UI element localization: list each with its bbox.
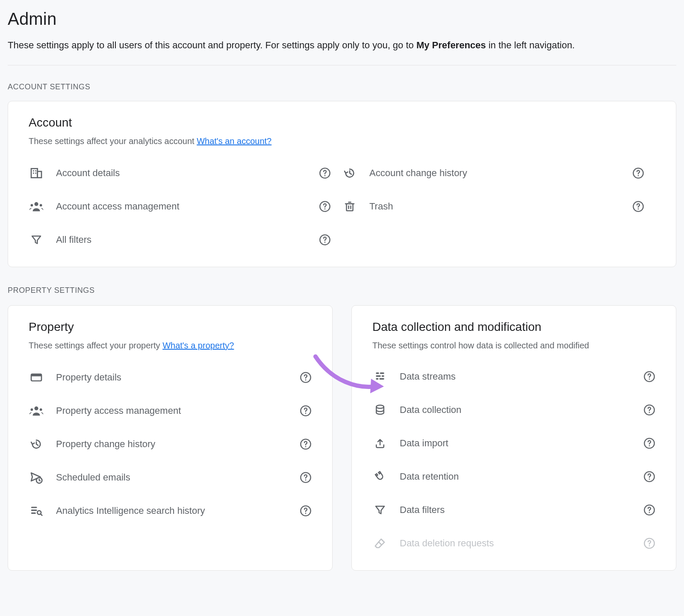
property-access-item[interactable]: Property access management [29, 397, 312, 425]
intro-bold: My Preferences [416, 40, 486, 50]
help-icon[interactable] [643, 404, 655, 416]
trash-icon [342, 199, 357, 214]
magnet-icon [372, 469, 388, 484]
whats-a-property-link[interactable]: What's a property? [162, 341, 234, 350]
account-card: Account These settings affect your analy… [8, 101, 676, 267]
page-title: Admin [8, 9, 676, 29]
all-filters-label: All filters [56, 234, 307, 245]
property-subtitle: These settings affect your property What… [29, 341, 312, 351]
upload-icon [372, 436, 388, 451]
filter-icon [29, 232, 44, 248]
account-subtitle: These settings affect your analytics acc… [29, 136, 655, 146]
data-filters-label: Data filters [400, 504, 631, 516]
send-clock-icon [29, 470, 44, 485]
help-icon[interactable] [643, 537, 655, 549]
property-details-label: Property details [56, 372, 288, 383]
data-streams-label: Data streams [400, 371, 631, 382]
help-icon[interactable] [632, 200, 644, 212]
data-collection-title: Data collection and modification [372, 320, 655, 334]
history-icon [29, 436, 44, 452]
data-retention-label: Data retention [400, 471, 631, 482]
building-icon [29, 165, 44, 181]
data-collection-label: Data collection [400, 404, 631, 416]
data-deletion-requests-item[interactable]: Data deletion requests [372, 529, 655, 557]
account-change-history-label: Account change history [369, 168, 620, 179]
property-settings-label: PROPERTY SETTINGS [8, 286, 676, 295]
help-icon[interactable] [300, 438, 312, 450]
help-icon[interactable] [319, 200, 331, 212]
eraser-icon [372, 536, 388, 551]
data-streams-item[interactable]: Data streams [372, 363, 655, 391]
data-collection-card: Data collection and modification These s… [351, 305, 676, 571]
account-settings-label: ACCOUNT SETTINGS [8, 83, 676, 91]
help-icon[interactable] [300, 472, 312, 483]
analytics-intelligence-item[interactable]: Analytics Intelligence search history [29, 497, 312, 525]
data-filters-item[interactable]: Data filters [372, 496, 655, 524]
list-search-icon [29, 503, 44, 519]
help-icon[interactable] [300, 371, 312, 383]
help-icon[interactable] [643, 371, 655, 383]
trash-label: Trash [369, 201, 620, 212]
intro-pre: These settings apply to all users of thi… [8, 40, 416, 50]
account-change-history-item[interactable]: Account change history [342, 159, 655, 187]
help-icon[interactable] [319, 167, 331, 179]
intro-post: in the left navigation. [486, 40, 575, 50]
scheduled-emails-item[interactable]: Scheduled emails [29, 463, 312, 492]
scheduled-emails-label: Scheduled emails [56, 472, 288, 483]
history-icon [342, 165, 357, 181]
data-collection-subtitle: These settings control how data is colle… [372, 341, 655, 351]
all-filters-item[interactable]: All filters [29, 226, 342, 254]
help-icon[interactable] [643, 504, 655, 516]
help-icon[interactable] [319, 234, 331, 246]
property-change-history-item[interactable]: Property change history [29, 430, 312, 458]
property-title: Property [29, 320, 312, 334]
help-icon[interactable] [300, 505, 312, 517]
help-icon[interactable] [300, 405, 312, 417]
property-card: Property These settings affect your prop… [8, 305, 333, 571]
account-title: Account [29, 116, 655, 130]
account-sub-text: These settings affect your analytics acc… [29, 136, 197, 146]
intro-text: These settings apply to all users of thi… [8, 38, 675, 52]
property-details-item[interactable]: Property details [29, 363, 312, 392]
property-sub-text: These settings affect your property [29, 341, 162, 350]
account-details-label: Account details [56, 168, 307, 179]
people-icon [29, 199, 44, 214]
help-icon[interactable] [643, 437, 655, 449]
people-icon [29, 403, 44, 419]
data-retention-item[interactable]: Data retention [372, 463, 655, 491]
data-collection-item[interactable]: Data collection [372, 396, 655, 424]
card-icon [29, 370, 44, 385]
help-icon[interactable] [643, 471, 655, 483]
filter-icon [372, 502, 388, 518]
divider [8, 65, 676, 65]
account-access-item[interactable]: Account access management [29, 192, 342, 221]
analytics-intelligence-label: Analytics Intelligence search history [56, 505, 288, 516]
account-details-item[interactable]: Account details [29, 159, 342, 187]
whats-an-account-link[interactable]: What's an account? [197, 136, 271, 146]
data-deletion-requests-label: Data deletion requests [400, 538, 631, 549]
property-change-history-label: Property change history [56, 439, 288, 450]
property-access-label: Property access management [56, 405, 288, 416]
data-import-item[interactable]: Data import [372, 429, 655, 457]
help-icon[interactable] [632, 167, 644, 179]
trash-item[interactable]: Trash [342, 192, 655, 221]
data-import-label: Data import [400, 438, 631, 449]
database-icon [372, 402, 388, 418]
streams-icon [372, 369, 388, 384]
account-access-label: Account access management [56, 201, 307, 212]
